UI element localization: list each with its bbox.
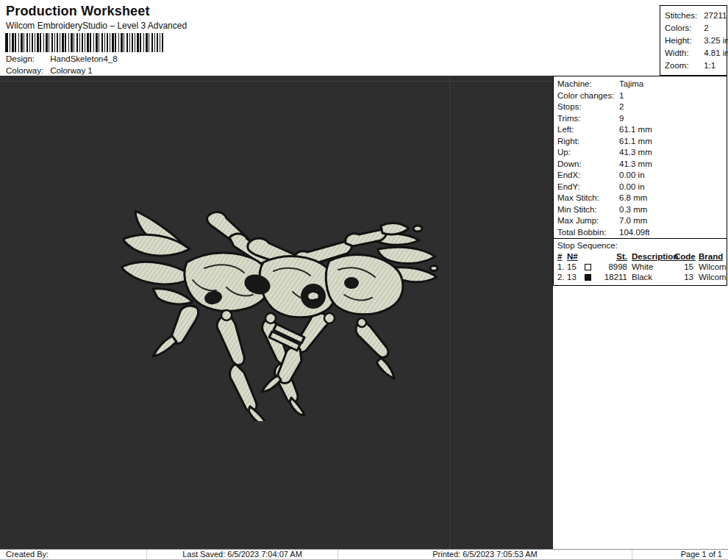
machine-info-box: Machine:Tajima Color changes:1 Stops:2 T…: [553, 76, 727, 239]
machine-value: 1: [619, 91, 624, 100]
design-value: HandSkeleton4_8: [50, 54, 117, 63]
machine-value: 61.1 mm: [619, 137, 652, 146]
created-by: Created By:: [0, 550, 147, 560]
summary-label: Width:: [665, 47, 702, 60]
barcode-icon: [5, 33, 163, 52]
stop-sequence-box: Stop Sequence: # N# St. Description Code…: [553, 239, 727, 286]
machine-row: Left:61.1 mm: [557, 124, 727, 136]
colorway-row: Colorway: Colorway 1: [6, 66, 93, 75]
stop-sequence-row: 1. 15 8998 White 15 Wilcom: [557, 262, 727, 272]
cell-stitches: 18211: [595, 272, 627, 282]
col-needle: N#: [567, 251, 583, 262]
cell-num: 2.: [557, 272, 567, 282]
stop-sequence-row: 2. 13 18211 Black 13 Wilcom: [557, 272, 727, 282]
page-number: Page 1 of 1: [632, 550, 728, 560]
canvas-guide-vertical: [449, 76, 450, 549]
summary-label: Stitches:: [665, 10, 702, 22]
stop-sequence-header-row: # N# St. Description Code Brand: [557, 251, 727, 262]
summary-label: Colors:: [665, 22, 702, 35]
machine-value: 0.00 in: [619, 182, 645, 191]
printed: Printed: 6/5/2023 7:05:53 AM: [338, 550, 632, 560]
machine-row: Machine:Tajima: [557, 79, 727, 90]
summary-value: 1:1: [704, 61, 715, 70]
machine-value: 41.3 mm: [619, 159, 652, 168]
canvas-guide-horizontal: [0, 81, 553, 82]
machine-value: 2: [619, 102, 624, 111]
design-canvas: [0, 76, 553, 549]
summary-label: Height:: [665, 35, 702, 47]
machine-value: 0.00 in: [619, 170, 645, 179]
machine-row: Down:41.3 mm: [557, 159, 727, 170]
thread-swatch-black: [585, 274, 591, 281]
app-subtitle: Wilcom EmbroideryStudio – Level 3 Advanc…: [6, 21, 187, 31]
machine-info-panel: Machine:Tajima Color changes:1 Stops:2 T…: [553, 76, 728, 549]
summary-value: 3.25 in: [704, 36, 728, 45]
machine-value: 104.09ft: [619, 228, 650, 237]
machine-value: 9: [619, 114, 624, 123]
machine-row: Max Jump:7.0 mm: [557, 215, 727, 227]
machine-value: 7.0 mm: [619, 216, 647, 225]
machine-label: Color changes:: [557, 90, 619, 102]
machine-value: 61.1 mm: [619, 125, 652, 134]
machine-label: Left:: [557, 124, 619, 136]
col-description: Description: [627, 251, 674, 262]
summary-row-colors: Colors: 2: [665, 22, 727, 35]
machine-row: Right:61.1 mm: [557, 136, 727, 148]
machine-row: Max Stitch:6.8 mm: [557, 193, 727, 204]
summary-value: 27211: [704, 11, 727, 20]
machine-label: Down:: [557, 159, 619, 170]
last-saved: Last Saved: 6/5/2023 7:04:07 AM: [147, 550, 338, 560]
colorway-label: Colorway:: [6, 66, 48, 75]
skeleton-hands-design: [119, 201, 439, 421]
machine-value: 41.3 mm: [619, 148, 652, 157]
cell-code: 15: [674, 262, 693, 272]
design-label: Design:: [6, 54, 48, 63]
machine-label: Machine:: [557, 79, 619, 90]
summary-label: Zoom:: [665, 60, 702, 72]
design-row: Design: HandSkeleton4_8: [6, 54, 118, 63]
cell-description: White: [627, 262, 674, 272]
footer: Created By: Last Saved: 6/5/2023 7:04:07…: [0, 549, 728, 560]
design-summary-box: Stitches: 27211 Colors: 2 Height: 3.25 i…: [660, 5, 727, 76]
col-brand: Brand: [693, 251, 726, 262]
machine-row: EndX:0.00 in: [557, 170, 727, 182]
thread-swatch-white: [585, 264, 591, 270]
cell-code: 13: [674, 272, 693, 282]
cell-brand: Wilcom: [693, 262, 726, 272]
page-title: Production Worksheet: [6, 4, 150, 19]
machine-row: Color changes:1: [557, 90, 727, 102]
cell-needle: 15: [567, 262, 583, 272]
machine-label: Total Bobbin:: [557, 227, 619, 239]
machine-row: Up:41.3 mm: [557, 147, 727, 159]
machine-label: EndY:: [557, 182, 619, 193]
cell-brand: Wilcom: [693, 272, 726, 282]
machine-row: Stops:2: [557, 101, 727, 113]
cell-stitches: 8998: [595, 262, 627, 272]
cell-description: Black: [627, 272, 674, 282]
summary-row-height: Height: 3.25 in: [665, 35, 727, 47]
machine-label: Stops:: [557, 101, 619, 113]
machine-label: Trims:: [557, 113, 619, 125]
summary-row-zoom: Zoom: 1:1: [665, 60, 727, 72]
machine-label: EndX:: [557, 170, 619, 182]
machine-label: Max Jump:: [557, 215, 619, 227]
machine-value: 6.8 mm: [619, 193, 647, 202]
col-stitches: St.: [595, 251, 627, 262]
machine-label: Right:: [557, 136, 619, 148]
stop-sequence-title: Stop Sequence:: [557, 240, 727, 251]
summary-row-stitches: Stitches: 27211: [665, 10, 727, 22]
production-worksheet-page: Production Worksheet Wilcom EmbroiderySt…: [0, 0, 728, 560]
machine-row: Total Bobbin:104.09ft: [557, 227, 727, 239]
machine-row: EndY:0.00 in: [557, 182, 727, 193]
summary-value: 2: [704, 24, 708, 32]
summary-row-width: Width: 4.81 in: [665, 47, 727, 60]
machine-label: Max Stitch:: [557, 193, 619, 204]
col-num: #: [557, 251, 567, 262]
machine-row: Trims:9: [557, 113, 727, 125]
summary-value: 4.81 in: [704, 49, 728, 57]
colorway-value: Colorway 1: [50, 66, 93, 75]
machine-label: Up:: [557, 147, 619, 159]
cell-needle: 13: [567, 272, 583, 282]
machine-value: 0.3 mm: [619, 205, 647, 214]
machine-value: Tajima: [619, 79, 643, 88]
